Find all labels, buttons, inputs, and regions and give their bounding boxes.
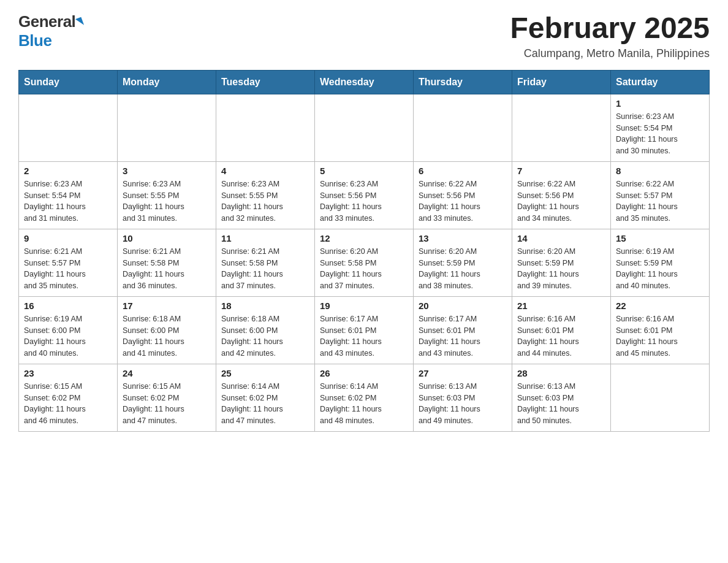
day-info-text: Sunrise: 6:15 AM Sunset: 6:02 PM Dayligh… [123,381,211,427]
day-info-text: Sunrise: 6:23 AM Sunset: 5:55 PM Dayligh… [221,178,309,224]
calendar-day-cell [216,94,315,161]
calendar-day-cell: 14Sunrise: 6:20 AM Sunset: 5:59 PM Dayli… [512,229,611,296]
day-number: 15 [616,233,704,243]
calendar-day-cell: 3Sunrise: 6:23 AM Sunset: 5:55 PM Daylig… [118,161,216,229]
calendar-day-cell: 13Sunrise: 6:20 AM Sunset: 5:59 PM Dayli… [414,229,512,296]
calendar-day-cell: 27Sunrise: 6:13 AM Sunset: 6:03 PM Dayli… [414,364,512,431]
calendar-header-friday: Friday [512,70,611,94]
day-number: 14 [517,233,605,243]
day-info-text: Sunrise: 6:17 AM Sunset: 6:01 PM Dayligh… [419,313,507,359]
day-info-text: Sunrise: 6:16 AM Sunset: 6:01 PM Dayligh… [517,313,605,359]
day-info-text: Sunrise: 6:22 AM Sunset: 5:57 PM Dayligh… [616,178,704,224]
day-info-text: Sunrise: 6:22 AM Sunset: 5:56 PM Dayligh… [517,178,605,224]
page-header: General Blue February 2025 Calumpang, Me… [18,12,710,60]
day-number: 10 [123,233,211,243]
day-info-text: Sunrise: 6:15 AM Sunset: 6:02 PM Dayligh… [24,381,112,427]
day-info-text: Sunrise: 6:20 AM Sunset: 5:59 PM Dayligh… [517,246,605,292]
calendar-day-cell: 19Sunrise: 6:17 AM Sunset: 6:01 PM Dayli… [315,296,414,364]
logo-general-text: General [18,12,75,31]
day-info-text: Sunrise: 6:23 AM Sunset: 5:54 PM Dayligh… [24,178,112,224]
logo: General Blue [18,12,83,50]
day-number: 21 [517,301,605,311]
day-number: 8 [616,166,704,176]
day-number: 27 [419,368,507,378]
day-number: 12 [320,233,408,243]
day-info-text: Sunrise: 6:17 AM Sunset: 6:01 PM Dayligh… [320,313,408,359]
calendar-day-cell [315,94,414,161]
calendar-header-monday: Monday [118,70,216,94]
calendar-table: SundayMondayTuesdayWednesdayThursdayFrid… [18,70,710,432]
calendar-day-cell: 15Sunrise: 6:19 AM Sunset: 5:59 PM Dayli… [611,229,710,296]
calendar-day-cell [118,94,216,161]
logo-arrow-icon [75,17,84,27]
day-info-text: Sunrise: 6:18 AM Sunset: 6:00 PM Dayligh… [123,313,211,359]
day-number: 6 [419,166,507,176]
calendar-day-cell: 25Sunrise: 6:14 AM Sunset: 6:02 PM Dayli… [216,364,315,431]
day-info-text: Sunrise: 6:14 AM Sunset: 6:02 PM Dayligh… [320,381,408,427]
calendar-week-row: 1Sunrise: 6:23 AM Sunset: 5:54 PM Daylig… [19,94,710,161]
day-info-text: Sunrise: 6:23 AM Sunset: 5:55 PM Dayligh… [123,178,211,224]
day-number: 9 [24,233,112,243]
calendar-week-row: 9Sunrise: 6:21 AM Sunset: 5:57 PM Daylig… [19,229,710,296]
day-number: 4 [221,166,309,176]
day-info-text: Sunrise: 6:22 AM Sunset: 5:56 PM Dayligh… [419,178,507,224]
calendar-day-cell: 9Sunrise: 6:21 AM Sunset: 5:57 PM Daylig… [19,229,118,296]
calendar-header-wednesday: Wednesday [315,70,414,94]
calendar-day-cell: 10Sunrise: 6:21 AM Sunset: 5:58 PM Dayli… [118,229,216,296]
day-number: 18 [221,301,309,311]
day-number: 25 [221,368,309,378]
calendar-day-cell: 24Sunrise: 6:15 AM Sunset: 6:02 PM Dayli… [118,364,216,431]
calendar-day-cell: 5Sunrise: 6:23 AM Sunset: 5:56 PM Daylig… [315,161,414,229]
day-info-text: Sunrise: 6:18 AM Sunset: 6:00 PM Dayligh… [221,313,309,359]
day-info-text: Sunrise: 6:16 AM Sunset: 6:01 PM Dayligh… [616,313,704,359]
day-number: 3 [123,166,211,176]
day-number: 17 [123,301,211,311]
calendar-day-cell: 28Sunrise: 6:13 AM Sunset: 6:03 PM Dayli… [512,364,611,431]
calendar-day-cell: 7Sunrise: 6:22 AM Sunset: 5:56 PM Daylig… [512,161,611,229]
calendar-day-cell: 20Sunrise: 6:17 AM Sunset: 6:01 PM Dayli… [414,296,512,364]
day-number: 13 [419,233,507,243]
day-number: 23 [24,368,112,378]
day-number: 20 [419,301,507,311]
location-subtitle: Calumpang, Metro Manila, Philippines [510,47,710,60]
day-number: 7 [517,166,605,176]
calendar-day-cell: 6Sunrise: 6:22 AM Sunset: 5:56 PM Daylig… [414,161,512,229]
calendar-day-cell [414,94,512,161]
day-info-text: Sunrise: 6:21 AM Sunset: 5:58 PM Dayligh… [123,246,211,292]
day-info-text: Sunrise: 6:23 AM Sunset: 5:54 PM Dayligh… [616,111,704,157]
day-info-text: Sunrise: 6:19 AM Sunset: 5:59 PM Dayligh… [616,246,704,292]
calendar-day-cell: 2Sunrise: 6:23 AM Sunset: 5:54 PM Daylig… [19,161,118,229]
day-info-text: Sunrise: 6:20 AM Sunset: 5:59 PM Dayligh… [419,246,507,292]
month-year-title: February 2025 [510,12,710,45]
day-info-text: Sunrise: 6:13 AM Sunset: 6:03 PM Dayligh… [419,381,507,427]
calendar-day-cell: 1Sunrise: 6:23 AM Sunset: 5:54 PM Daylig… [611,94,710,161]
day-number: 16 [24,301,112,311]
calendar-day-cell [19,94,118,161]
calendar-header-sunday: Sunday [19,70,118,94]
day-number: 28 [517,368,605,378]
calendar-day-cell: 4Sunrise: 6:23 AM Sunset: 5:55 PM Daylig… [216,161,315,229]
day-info-text: Sunrise: 6:21 AM Sunset: 5:57 PM Dayligh… [24,246,112,292]
calendar-day-cell: 23Sunrise: 6:15 AM Sunset: 6:02 PM Dayli… [19,364,118,431]
calendar-week-row: 23Sunrise: 6:15 AM Sunset: 6:02 PM Dayli… [19,364,710,431]
title-block: February 2025 Calumpang, Metro Manila, P… [510,12,710,60]
calendar-header-thursday: Thursday [414,70,512,94]
calendar-day-cell: 18Sunrise: 6:18 AM Sunset: 6:00 PM Dayli… [216,296,315,364]
calendar-day-cell: 26Sunrise: 6:14 AM Sunset: 6:02 PM Dayli… [315,364,414,431]
calendar-day-cell [512,94,611,161]
day-number: 22 [616,301,704,311]
day-info-text: Sunrise: 6:14 AM Sunset: 6:02 PM Dayligh… [221,381,309,427]
calendar-day-cell: 12Sunrise: 6:20 AM Sunset: 5:58 PM Dayli… [315,229,414,296]
day-number: 24 [123,368,211,378]
day-number: 26 [320,368,408,378]
calendar-header-row: SundayMondayTuesdayWednesdayThursdayFrid… [19,70,710,94]
day-info-text: Sunrise: 6:23 AM Sunset: 5:56 PM Dayligh… [320,178,408,224]
day-number: 5 [320,166,408,176]
calendar-week-row: 16Sunrise: 6:19 AM Sunset: 6:00 PM Dayli… [19,296,710,364]
calendar-day-cell: 16Sunrise: 6:19 AM Sunset: 6:00 PM Dayli… [19,296,118,364]
day-info-text: Sunrise: 6:19 AM Sunset: 6:00 PM Dayligh… [24,313,112,359]
day-number: 1 [616,98,704,109]
calendar-day-cell: 8Sunrise: 6:22 AM Sunset: 5:57 PM Daylig… [611,161,710,229]
calendar-header-saturday: Saturday [611,70,710,94]
day-number: 19 [320,301,408,311]
